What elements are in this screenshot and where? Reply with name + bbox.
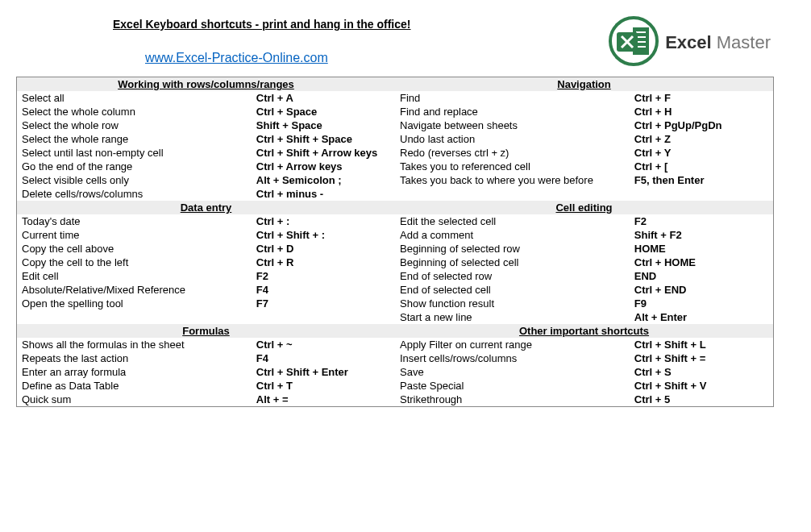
shortcut-row: Redo (reverses ctrl + z)Ctrl + Y (395, 146, 773, 160)
website-link[interactable]: www.Excel-Practice-Online.com (145, 51, 328, 65)
shortcut-key: Ctrl + T (252, 379, 395, 393)
shortcut-description: Paste Special (395, 379, 630, 393)
shortcut-row: Navigate between sheetsCtrl + PgUp/PgDn (395, 118, 773, 132)
shortcut-row: FindCtrl + F (395, 91, 773, 105)
shortcuts-table: Working with rows/columns/ranges Navigat… (16, 77, 774, 407)
shortcut-description: Enter an array formula (17, 365, 252, 379)
shortcut-description: Copy the cell above (17, 242, 252, 256)
shortcut-description: Today's date (17, 214, 252, 228)
shortcut-description: Select the whole column (17, 105, 252, 118)
section-header-rows: Working with rows/columns/ranges (17, 77, 396, 92)
shortcut-key: Ctrl + R (252, 256, 395, 269)
shortcut-key: HOME (630, 242, 773, 256)
header: Excel Keyboard shortcuts - print and han… (16, 16, 795, 69)
shortcut-row: Select the whole rowShift + Space (17, 118, 395, 132)
shortcut-key: Shift + Space (252, 118, 395, 132)
shortcut-row: SaveCtrl + S (395, 365, 773, 379)
shortcut-description: Select all (17, 91, 252, 105)
shortcut-key: Ctrl + Shift + Enter (252, 365, 395, 379)
shortcut-description: Edit the selected cell (395, 214, 630, 228)
shortcut-description: Repeats the last action (17, 351, 252, 365)
shortcut-row: Find and replaceCtrl + H (395, 105, 773, 118)
shortcut-description: Select visible cells only (17, 173, 252, 187)
shortcut-row: Go the end of the rangeCtrl + Arrow keys (17, 160, 395, 173)
shortcut-row: Takes you to referenced cellCtrl + [ (395, 160, 773, 173)
shortcut-key: Ctrl + 5 (630, 393, 773, 406)
shortcut-description: Edit cell (17, 269, 252, 283)
logo: Excel Master (609, 16, 771, 69)
shortcut-key: F7 (252, 297, 395, 310)
shortcut-description: Navigate between sheets (395, 118, 630, 132)
section-header-data: Data entry (17, 201, 396, 214)
rows-section: Select allCtrl + ASelect the whole colum… (17, 91, 395, 201)
shortcut-description: Beginning of selected row (395, 242, 630, 256)
shortcut-row: Paste SpecialCtrl + Shift + V (395, 379, 773, 393)
shortcut-key: Ctrl + D (252, 242, 395, 256)
shortcut-description: Current time (17, 228, 252, 242)
shortcut-key: Ctrl + HOME (630, 256, 773, 269)
shortcut-key: Ctrl + F (630, 91, 773, 105)
shortcut-key: F4 (252, 283, 395, 297)
shortcut-description: End of selected cell (395, 283, 630, 297)
shortcut-key: Ctrl + [ (630, 160, 773, 173)
shortcut-description: Takes you to referenced cell (395, 160, 630, 173)
shortcut-key: Ctrl + Shift + L (630, 338, 773, 351)
shortcut-row: Define as Data TableCtrl + T (17, 379, 395, 393)
shortcut-row: Select visible cells onlyAlt + Semicolon… (17, 173, 395, 187)
shortcut-key: Ctrl + Arrow keys (252, 160, 395, 173)
cell-section: Edit the selected cellF2Add a commentShi… (395, 214, 773, 324)
shortcut-row: Select until last non-empty cellCtrl + S… (17, 146, 395, 160)
shortcut-key: Ctrl + Shift + V (630, 379, 773, 393)
shortcut-description: Save (395, 365, 630, 379)
shortcut-row: End of selected rowEND (395, 269, 773, 283)
shortcut-row: Enter an array formulaCtrl + Shift + Ent… (17, 365, 395, 379)
shortcut-description: Select the whole row (17, 118, 252, 132)
shortcut-key: Ctrl + S (630, 365, 773, 379)
shortcut-key: Ctrl + Y (630, 146, 773, 160)
shortcut-row: Insert cells/rows/columnsCtrl + Shift + … (395, 351, 773, 365)
shortcut-row: Quick sumAlt + = (17, 393, 395, 406)
shortcut-key: Ctrl + ~ (252, 338, 395, 351)
shortcut-key: Ctrl + Shift + = (630, 351, 773, 365)
shortcut-key: Ctrl + H (630, 105, 773, 118)
shortcut-key: Shift + F2 (630, 228, 773, 242)
shortcut-key: F2 (630, 214, 773, 228)
shortcut-row: Delete cells/rows/columnsCtrl + minus - (17, 187, 395, 201)
excel-logo-icon (609, 16, 659, 69)
shortcut-description: Undo last action (395, 132, 630, 146)
shortcut-description: Quick sum (17, 393, 252, 406)
shortcut-description: Select until last non-empty cell (17, 146, 252, 160)
logo-text: Excel Master (665, 32, 771, 53)
shortcut-key: F5, then Enter (630, 173, 773, 187)
shortcut-key: Ctrl + Shift + : (252, 228, 395, 242)
shortcut-key: Ctrl + PgUp/PgDn (630, 118, 773, 132)
shortcut-row: Copy the cell to the leftCtrl + R (17, 256, 395, 269)
page-title: Excel Keyboard shortcuts - print and han… (113, 18, 609, 31)
shortcut-description: Define as Data Table (17, 379, 252, 393)
shortcut-row: Absolute/Relative/Mixed ReferenceF4 (17, 283, 395, 297)
data-section: Today's dateCtrl + :Current timeCtrl + S… (17, 214, 395, 310)
shortcut-row: Takes you back to where you were beforeF… (395, 173, 773, 187)
shortcut-row: Undo last actionCtrl + Z (395, 132, 773, 146)
shortcut-description: Delete cells/rows/columns (17, 187, 252, 201)
shortcut-key: Alt + = (252, 393, 395, 406)
shortcut-row: Shows all the formulas in the sheetCtrl … (17, 338, 395, 351)
shortcut-description: Go the end of the range (17, 160, 252, 173)
shortcut-description: Beginning of selected cell (395, 256, 630, 269)
shortcut-description: Shows all the formulas in the sheet (17, 338, 252, 351)
shortcut-description: Open the spelling tool (17, 297, 252, 310)
section-header-nav: Navigation (395, 77, 774, 92)
shortcut-description: Find (395, 91, 630, 105)
section-header-formulas: Formulas (17, 324, 396, 338)
shortcut-description: Add a comment (395, 228, 630, 242)
shortcut-description: Redo (reverses ctrl + z) (395, 146, 630, 160)
section-header-other: Other important shortcuts (395, 324, 774, 338)
other-section: Apply Filter on current rangeCtrl + Shif… (395, 338, 773, 406)
shortcut-key: Ctrl + Shift + Space (252, 132, 395, 146)
shortcut-key: F2 (252, 269, 395, 283)
shortcut-description: Insert cells/rows/columns (395, 351, 630, 365)
shortcut-key: Ctrl + Z (630, 132, 773, 146)
shortcut-description: Takes you back to where you were before (395, 173, 630, 187)
shortcut-key: Ctrl + : (252, 214, 395, 228)
shortcut-row: Select the whole rangeCtrl + Shift + Spa… (17, 132, 395, 146)
